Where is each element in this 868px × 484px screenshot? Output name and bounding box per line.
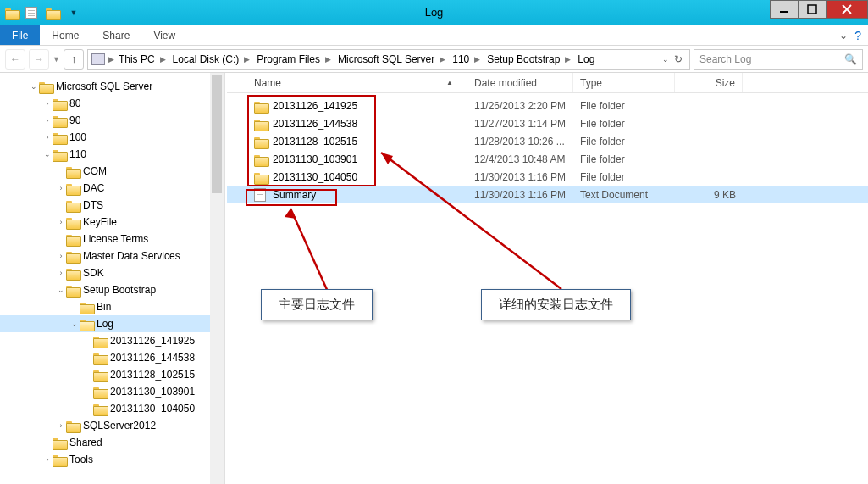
search-input[interactable]: 🔍: [694, 49, 863, 70]
tree-item[interactable]: ›KeyFile: [0, 214, 224, 231]
crumb[interactable]: Log: [575, 53, 597, 65]
nav-up-button[interactable]: ↑: [64, 49, 84, 70]
list-header: Name▲ Date modified Type Size: [227, 73, 868, 93]
tree-item[interactable]: ›Master Data Services: [0, 248, 224, 264]
chevron-down-icon[interactable]: ⌄: [29, 82, 39, 91]
tree-item[interactable]: 20131130_103901: [0, 383, 224, 400]
tree-item-label: Shared: [68, 437, 102, 448]
folder-icon: [66, 165, 80, 177]
nav-history-dropdown-icon[interactable]: ▼: [53, 55, 60, 64]
close-button[interactable]: [826, 0, 868, 19]
chevron-right-icon[interactable]: ›: [42, 116, 53, 125]
tree-item[interactable]: ›DAC: [0, 180, 224, 197]
tree-item[interactable]: ⌄Setup Bootstrap: [0, 281, 224, 298]
chevron-right-icon[interactable]: ›: [42, 99, 53, 108]
chevron-right-icon[interactable]: ›: [56, 269, 66, 277]
list-row[interactable]: 20131130_10405011/30/2013 1:16 PMFile fo…: [227, 168, 868, 186]
nav-forward-button[interactable]: →: [29, 49, 49, 70]
refresh-icon[interactable]: ↻: [674, 53, 683, 65]
tree-item[interactable]: ›80: [0, 95, 224, 112]
maximize-button[interactable]: [798, 0, 827, 19]
chevron-down-icon[interactable]: ⌄: [69, 320, 80, 328]
chevron-right-icon[interactable]: ▶: [438, 55, 447, 64]
tree-item[interactable]: ›Tools: [0, 451, 224, 468]
scrollbar-thumb[interactable]: [212, 75, 222, 193]
chevron-right-icon[interactable]: ›: [56, 218, 66, 226]
tree-item-label: DAC: [81, 182, 104, 194]
crumb[interactable]: Microsoft SQL Server▶: [335, 53, 450, 65]
tree-item[interactable]: 20131128_102515: [0, 366, 224, 383]
ribbon-expand-icon[interactable]: ⌄: [839, 30, 848, 42]
chevron-right-icon[interactable]: ▶: [563, 55, 572, 64]
chevron-right-icon[interactable]: ▶: [242, 55, 252, 64]
crumb[interactable]: 110▶: [450, 53, 484, 65]
file-type: File folder: [573, 153, 675, 165]
crumb[interactable]: Program Files▶: [254, 53, 335, 65]
help-icon[interactable]: ?: [854, 29, 861, 42]
explorer-icon[interactable]: [3, 3, 22, 22]
tree-item[interactable]: DTS: [0, 197, 224, 214]
file-date: 11/30/2013 1:16 PM: [467, 171, 573, 183]
window-title: Log: [425, 6, 444, 19]
tree-item[interactable]: 20131130_104050: [0, 400, 224, 417]
tree-scrollbar[interactable]: [210, 73, 224, 484]
list-row[interactable]: Summary11/30/2013 1:16 PMText Document9 …: [227, 186, 868, 203]
folder-icon: [93, 403, 107, 414]
column-date[interactable]: Date modified: [467, 73, 573, 92]
tree-item[interactable]: ›90: [0, 112, 224, 129]
chevron-right-icon[interactable]: ›: [56, 252, 66, 260]
chevron-right-icon[interactable]: ›: [56, 421, 66, 430]
minimize-button[interactable]: [770, 0, 799, 19]
column-label: Date modified: [474, 77, 537, 89]
list-row[interactable]: 20131126_14192511/26/2013 2:20 PMFile fo…: [227, 97, 868, 114]
breadcrumb[interactable]: ▶ This PC▶ Local Disk (C:)▶ Program File…: [87, 49, 690, 70]
folder-icon: [66, 420, 80, 431]
tree-item[interactable]: Bin: [0, 298, 224, 315]
tree-item[interactable]: ›SDK: [0, 264, 224, 281]
tab-file[interactable]: File: [0, 25, 40, 45]
tab-share[interactable]: Share: [91, 25, 141, 45]
list-row[interactable]: 20131126_14453811/27/2013 1:14 PMFile fo…: [227, 114, 868, 132]
tree-item[interactable]: ›SQLServer2012: [0, 417, 224, 434]
chevron-right-icon[interactable]: ›: [42, 133, 53, 142]
tree-item-label: 100: [68, 131, 86, 143]
column-name[interactable]: Name▲: [247, 73, 467, 92]
tree-item[interactable]: License Terms: [0, 231, 224, 248]
tab-home[interactable]: Home: [40, 25, 91, 45]
tree-item[interactable]: ›100: [0, 129, 224, 146]
tree-item[interactable]: COM: [0, 163, 224, 180]
list-row[interactable]: 20131130_10390112/4/2013 10:48 AMFile fo…: [227, 150, 868, 168]
crumb[interactable]: Local Disk (C:)▶: [170, 53, 255, 65]
tree-item[interactable]: ⌄Microsoft SQL Server: [0, 78, 224, 95]
nav-tree[interactable]: ⌄Microsoft SQL Server›80›90›100⌄110COM›D…: [0, 73, 224, 484]
tree-item[interactable]: ⌄Log: [0, 315, 224, 332]
chevron-down-icon[interactable]: ⌄: [56, 286, 66, 294]
tree-item[interactable]: Shared: [0, 434, 224, 451]
tree-item-label: 90: [68, 114, 80, 126]
properties-icon[interactable]: [24, 3, 42, 22]
search-field[interactable]: [699, 53, 844, 65]
chevron-right-icon[interactable]: ▶: [473, 55, 482, 64]
list-row[interactable]: 20131128_10251511/28/2013 10:26 ...File …: [227, 132, 868, 150]
tree-item[interactable]: 20131126_144538: [0, 349, 224, 366]
tree-item[interactable]: ⌄110: [0, 146, 224, 163]
crumb[interactable]: Setup Bootstrap▶: [484, 53, 575, 65]
tab-view[interactable]: View: [141, 25, 187, 45]
column-type[interactable]: Type: [573, 73, 675, 92]
chevron-right-icon[interactable]: ▶: [158, 55, 168, 64]
new-folder-icon[interactable]: [44, 3, 63, 22]
breadcrumb-dropdown-icon[interactable]: ⌄: [662, 55, 669, 64]
crumb[interactable]: This PC▶: [116, 53, 170, 65]
chevron-right-icon[interactable]: ▶: [323, 55, 333, 64]
tree-item-label: Master Data Services: [81, 250, 180, 262]
tree-item-label: SDK: [81, 267, 104, 279]
tree-item[interactable]: 20131126_141925: [0, 332, 224, 349]
column-size[interactable]: Size: [675, 73, 743, 92]
qat-dropdown-icon[interactable]: ▼: [64, 3, 83, 22]
chevron-right-icon[interactable]: ›: [42, 455, 53, 464]
chevron-down-icon[interactable]: ⌄: [42, 150, 53, 159]
nav-back-button[interactable]: ←: [5, 49, 25, 70]
crumb-label: Local Disk (C:): [173, 53, 240, 65]
chevron-right-icon[interactable]: ▶: [107, 55, 116, 64]
chevron-right-icon[interactable]: ›: [56, 184, 66, 192]
